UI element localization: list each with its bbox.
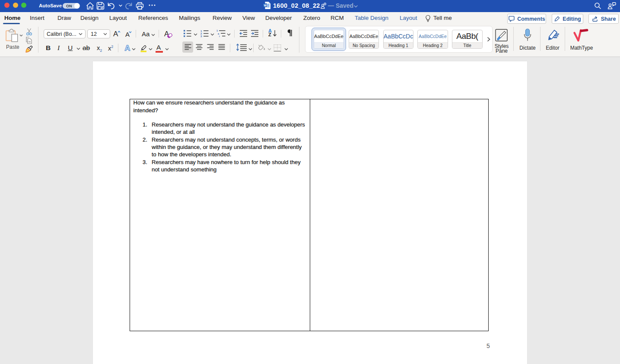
svg-text:i: i <box>219 35 220 37</box>
svg-text:W: W <box>264 4 267 7</box>
svg-text:A: A <box>125 44 130 51</box>
svg-text:1: 1 <box>216 29 218 32</box>
svg-text:3: 3 <box>200 35 202 37</box>
svg-text:a: a <box>218 32 219 35</box>
